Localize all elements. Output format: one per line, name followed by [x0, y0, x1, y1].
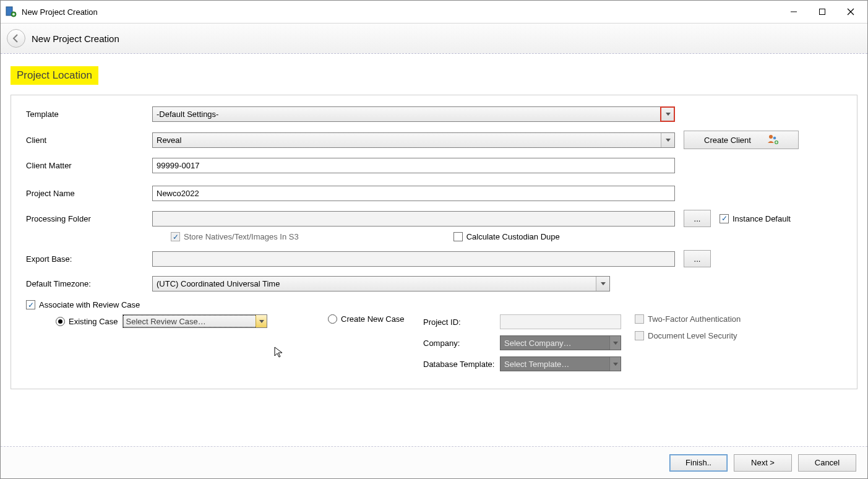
chevron-down-icon[interactable] — [661, 133, 674, 147]
doc-security-label: Document Level Security — [648, 331, 737, 340]
maximize-button[interactable] — [808, 2, 836, 21]
two-factor-label: Two-Factor Authentication — [648, 314, 741, 324]
svg-point-7 — [773, 136, 776, 139]
section-title: Project Location — [11, 66, 98, 85]
chevron-down-icon[interactable] — [256, 315, 267, 327]
db-template-placeholder: Select Template… — [504, 360, 569, 369]
processing-folder-label: Processing Folder — [26, 214, 152, 223]
add-user-icon — [767, 134, 778, 147]
chevron-down-icon[interactable] — [596, 277, 609, 291]
client-dropdown[interactable]: Reveal — [152, 132, 675, 148]
window-title: New Project Creation — [22, 7, 780, 17]
titlebar: New Project Creation — [1, 1, 867, 23]
calc-dupe-checkbox[interactable] — [453, 232, 463, 241]
default-timezone-label: Default Timezone: — [26, 279, 152, 288]
instance-default-checkbox[interactable] — [720, 214, 729, 223]
project-name-value: Newco2022 — [157, 189, 199, 198]
chevron-down-icon — [609, 357, 621, 371]
default-timezone-value: (UTC) Coordinated Universal Time — [157, 279, 280, 288]
svg-rect-3 — [820, 9, 825, 15]
export-base-field — [152, 251, 675, 267]
cancel-button[interactable]: Cancel — [798, 454, 856, 472]
processing-folder-field — [152, 211, 675, 227]
existing-case-label: Existing Case — [69, 317, 118, 326]
company-placeholder: Select Company… — [504, 339, 571, 348]
export-base-label: Export Base: — [26, 254, 152, 264]
company-dropdown: Select Company… — [500, 335, 621, 350]
select-review-placeholder: Select Review Case… — [126, 317, 205, 326]
svg-point-6 — [769, 135, 773, 139]
finish-button[interactable]: Finish.. — [669, 454, 728, 472]
chevron-down-icon — [609, 336, 621, 350]
wizard-header: New Project Creation — [1, 23, 867, 54]
two-factor-checkbox — [635, 314, 644, 324]
store-natives-checkbox — [171, 232, 180, 241]
arrow-left-icon — [11, 33, 21, 43]
header-title: New Project Creation — [32, 33, 119, 44]
project-location-panel: Template -Default Settings- Client Revea… — [11, 95, 857, 389]
chevron-down-icon[interactable] — [661, 107, 674, 121]
minimize-button[interactable] — [780, 2, 808, 21]
app-icon — [6, 6, 17, 17]
create-new-case-radio[interactable] — [328, 314, 337, 324]
create-client-label: Create Client — [704, 136, 751, 145]
existing-case-radio[interactable] — [56, 317, 65, 326]
doc-security-checkbox — [635, 331, 644, 340]
next-button[interactable]: Next > — [734, 454, 792, 472]
processing-folder-browse-button[interactable]: ... — [684, 210, 711, 227]
associate-label: Associate with Review Case — [39, 300, 140, 309]
instance-default-label: Instance Default — [733, 214, 791, 223]
client-label: Client — [26, 136, 152, 145]
close-button[interactable] — [836, 2, 865, 21]
create-new-case-label: Create New Case — [341, 314, 405, 324]
calc-dupe-label: Calculate Custodian Dupe — [466, 232, 560, 241]
store-natives-label: Store Natives/Text/Images In S3 — [184, 232, 299, 241]
project-name-field[interactable]: Newco2022 — [152, 186, 675, 201]
export-base-browse-button[interactable]: ... — [684, 250, 711, 267]
default-timezone-dropdown[interactable]: (UTC) Coordinated Universal Time — [152, 276, 610, 291]
db-template-label: Database Template: — [423, 360, 500, 369]
client-matter-value: 99999-0017 — [157, 161, 199, 170]
client-matter-field[interactable]: 99999-0017 — [152, 158, 675, 173]
associate-checkbox[interactable] — [26, 300, 35, 309]
project-name-label: Project Name — [26, 189, 152, 198]
company-label: Company: — [423, 339, 500, 348]
template-label: Template — [26, 110, 152, 119]
back-button[interactable] — [7, 29, 25, 48]
client-value: Reveal — [157, 136, 181, 145]
db-template-dropdown: Select Template… — [500, 356, 621, 371]
template-dropdown[interactable]: -Default Settings- — [152, 106, 675, 122]
template-value: -Default Settings- — [157, 110, 218, 119]
select-review-case-dropdown[interactable]: Select Review Case… — [122, 314, 267, 328]
client-matter-label: Client Matter — [26, 161, 152, 170]
project-id-label: Project ID: — [423, 317, 500, 327]
create-client-button[interactable]: Create Client — [684, 131, 799, 149]
wizard-footer: Finish.. Next > Cancel — [1, 446, 867, 478]
project-id-field — [500, 314, 621, 329]
